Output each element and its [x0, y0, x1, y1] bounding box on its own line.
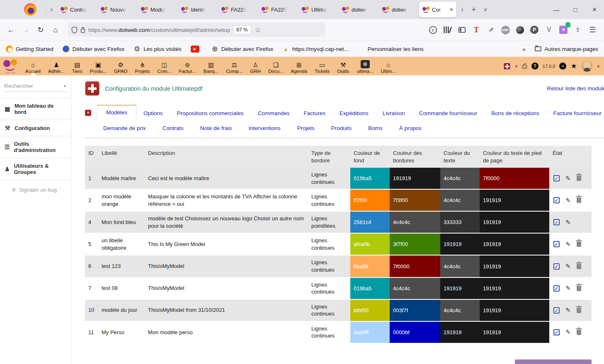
back-button[interactable]: ←	[4, 23, 17, 36]
address-bar[interactable]: https://www.doliweb.com/custom/ultimatep…	[68, 23, 325, 37]
edit-pencil-icon[interactable]: ✎	[565, 328, 571, 336]
delete-trash-icon[interactable]	[577, 198, 581, 203]
content-tab[interactable]: Produits	[323, 122, 360, 135]
new-tab-button[interactable]: +	[468, 4, 480, 15]
enabled-checkbox[interactable]	[553, 263, 560, 270]
lock-icon[interactable]	[80, 27, 85, 33]
user-avatar[interactable]	[581, 60, 593, 72]
bookmark-item[interactable]: Débuter avec Firefox	[63, 46, 124, 53]
forward-button[interactable]: →	[19, 23, 32, 36]
adblock-plus-icon[interactable]: ABP	[500, 25, 510, 35]
extension-alert-icon[interactable]: ✳!	[558, 25, 568, 35]
search-caret-icon[interactable]: ▾	[64, 84, 66, 88]
content-tab[interactable]: Facture fournisseur	[546, 106, 604, 120]
print-icon[interactable]: ⎙	[522, 63, 527, 70]
content-tab[interactable]: Modèles	[97, 105, 136, 120]
content-tab[interactable]: Commande fournisseur	[412, 106, 484, 120]
app-menu-item[interactable]: ♙ GRH	[246, 61, 264, 75]
app-menu-item[interactable]: ⚖ Comp...	[222, 61, 246, 75]
window-maximize-button[interactable]: □	[566, 1, 585, 18]
app-menu-item[interactable]: ⊞ Agenda	[287, 61, 311, 75]
app-menu-item[interactable]: ▭ Tickets	[311, 61, 333, 75]
content-tab[interactable]: Factures	[296, 106, 332, 120]
delete-trash-icon[interactable]	[577, 241, 581, 247]
app-menu-item[interactable]: ⌂ Ultim...	[377, 61, 400, 75]
vimium-icon[interactable]: V	[544, 25, 554, 35]
edit-pencil-icon[interactable]: ✎	[565, 263, 571, 270]
bookmark-item[interactable]	[191, 46, 202, 53]
content-tab[interactable]: Interventions	[240, 122, 289, 135]
app-menu-item[interactable]: ⊕ ultima...	[353, 59, 377, 75]
bookmark-star-icon[interactable]: ☆	[255, 26, 261, 34]
app-menu-item[interactable]: ▥ Banq...	[200, 61, 222, 75]
delete-trash-icon[interactable]	[577, 330, 581, 335]
back-to-modules-link[interactable]: Retour liste des modules	[547, 85, 604, 92]
text-tool-extension-icon[interactable]: T	[471, 25, 481, 35]
enabled-checkbox[interactable]	[553, 219, 560, 225]
hamburger-menu-icon[interactable]: ☰	[587, 25, 597, 35]
eyedropper-icon[interactable]: ✎	[486, 25, 496, 35]
list-tabs-icon[interactable]: ∨	[480, 4, 491, 15]
bookmark-item[interactable]: Débuter avec Firefox	[211, 46, 273, 53]
search-input[interactable]: Rechercher ▾	[3, 80, 67, 92]
app-menu-item[interactable]: ▣ Produ...	[86, 61, 110, 75]
home-button[interactable]: ⌂	[49, 23, 62, 36]
delete-trash-icon[interactable]	[577, 264, 581, 269]
edit-pencil-icon[interactable]: ✎	[565, 219, 571, 226]
delete-trash-icon[interactable]	[577, 286, 581, 291]
edit-pencil-icon[interactable]: ✎	[565, 197, 571, 204]
enabled-checkbox[interactable]	[553, 197, 560, 203]
app-menu-item[interactable]: ❏ Docu...	[264, 61, 287, 75]
content-tab[interactable]: Contrats	[154, 122, 192, 135]
app-menu-item[interactable]: ⚙ GPAO	[110, 61, 131, 75]
bookmark-item[interactable]: https://mysql.cap-net...	[282, 46, 349, 53]
content-tab[interactable]: Demande de prix	[95, 122, 154, 135]
bookmark-item[interactable]: Personnaliser les liens	[358, 46, 424, 53]
app-menu-item[interactable]: ♟ Adhér...	[44, 61, 68, 75]
content-tab[interactable]: Commandes	[251, 106, 297, 120]
sidebar-toggle-icon[interactable]	[457, 25, 467, 35]
delete-trash-icon[interactable]	[577, 176, 581, 181]
module-quick-icon[interactable]	[503, 63, 511, 70]
edit-pencil-icon[interactable]: ✎	[565, 284, 571, 292]
other-bookmarks-folder[interactable]: Autres marque-pages	[535, 46, 598, 52]
content-tab[interactable]: Options	[136, 106, 170, 120]
zoom-level-badge[interactable]: 67 %	[233, 25, 251, 34]
add-model-button[interactable]: AJOUTER UN MODÈLE	[515, 359, 592, 364]
content-tab[interactable]: Propositions commerciales	[170, 106, 251, 120]
tab-close-icon[interactable]: ×	[450, 6, 453, 13]
pocket-icon[interactable]: ∨	[428, 25, 438, 35]
content-tab[interactable]: Boms	[360, 122, 391, 135]
browser-tab[interactable]: Con ×	[419, 2, 456, 17]
sidebar-item[interactable]: ▦ Mon tableau de bord	[0, 98, 71, 120]
enabled-checkbox[interactable]	[553, 329, 560, 335]
dolibarr-logo-icon[interactable]	[3, 59, 17, 73]
tracking-shield-icon[interactable]	[71, 27, 78, 34]
browser-tab[interactable]: FA221	[218, 0, 258, 19]
tab-scroll-right-icon[interactable]: ›	[456, 4, 468, 15]
bookmark-item[interactable]: Getting Started	[6, 46, 53, 53]
content-tab[interactable]: Note de frais	[192, 122, 240, 135]
reload-button[interactable]: ↻	[34, 23, 47, 36]
browser-tab[interactable]: Ultima	[298, 0, 339, 19]
content-tab[interactable]: Projets	[289, 122, 323, 135]
browser-tab[interactable]: Nouve	[97, 0, 138, 19]
app-menu-item[interactable]: ◫ Com...	[153, 61, 175, 75]
user-menu-chevron-icon[interactable]: ∨	[597, 64, 600, 68]
enabled-checkbox[interactable]	[553, 241, 560, 247]
tab-scroll-left-icon[interactable]: ‹	[46, 4, 57, 15]
bookmarks-overflow-icon[interactable]: »	[522, 46, 526, 53]
browser-tab[interactable]: FA220	[258, 0, 298, 19]
sidebar-item[interactable]: ⚒ Configuration	[0, 120, 71, 136]
edit-pencil-icon[interactable]: ✎	[565, 241, 571, 248]
app-menu-item[interactable]: ⋔ Projets	[131, 61, 154, 75]
browser-tab[interactable]: Modul	[138, 0, 178, 19]
content-tab[interactable]: À propos	[391, 122, 430, 135]
content-tab[interactable]: Livraison	[376, 106, 412, 120]
app-menu-item[interactable]: ⌂ Accueil	[22, 61, 44, 75]
app-menu-item[interactable]: ⚒ Outils	[333, 61, 353, 75]
recommend-extension-icon[interactable]: ⇧	[573, 25, 583, 35]
enabled-checkbox[interactable]	[553, 175, 560, 181]
enabled-checkbox[interactable]	[553, 307, 560, 313]
password-manager-icon[interactable]: P	[529, 25, 539, 35]
